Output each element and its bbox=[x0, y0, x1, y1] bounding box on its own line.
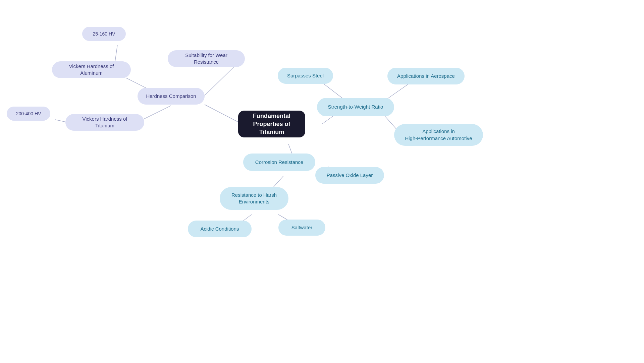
applications-automotive-label: Applications in High-Performance Automot… bbox=[405, 128, 472, 142]
acidic-conditions-label: Acidic Conditions bbox=[200, 226, 239, 232]
svg-line-1 bbox=[205, 66, 235, 96]
hv-25-160-label: 25-160 HV bbox=[93, 31, 115, 37]
passive-oxide-label: Passive Oxide Layer bbox=[327, 172, 373, 179]
hardness-comparison-label: Hardness Comparison bbox=[146, 93, 196, 100]
strength-weight-label: Strength-to-Weight Ratio bbox=[328, 104, 383, 110]
surpasses-steel-label: Surpasses Steel bbox=[287, 72, 324, 79]
vickers-titanium-label: Vickers Hardness of Titanium bbox=[73, 116, 137, 129]
corrosion-resistance-node: Corrosion Resistance bbox=[243, 154, 315, 171]
hv-25-160-node: 25-160 HV bbox=[82, 27, 126, 41]
vickers-titanium-node: Vickers Hardness of Titanium bbox=[65, 114, 144, 131]
applications-automotive-node: Applications in High-Performance Automot… bbox=[394, 124, 483, 146]
strength-weight-node: Strength-to-Weight Ratio bbox=[317, 98, 394, 116]
applications-aerospace-node: Applications in Aerospace bbox=[387, 68, 465, 84]
svg-line-4 bbox=[139, 106, 171, 121]
suitability-wear-node: Suitability for Wear Resistance bbox=[168, 50, 245, 67]
suitability-wear-label: Suitability for Wear Resistance bbox=[175, 52, 237, 66]
surpasses-steel-node: Surpasses Steel bbox=[278, 68, 333, 84]
vickers-aluminum-node: Vickers Hardness of Aluminum bbox=[52, 61, 131, 78]
applications-aerospace-label: Applications in Aerospace bbox=[397, 73, 455, 79]
hardness-comparison-node: Hardness Comparison bbox=[138, 88, 205, 105]
corrosion-resistance-label: Corrosion Resistance bbox=[255, 159, 303, 166]
passive-oxide-node: Passive Oxide Layer bbox=[315, 167, 384, 184]
center-label: Fundamental Properties of Titanium bbox=[248, 112, 295, 136]
acidic-conditions-node: Acidic Conditions bbox=[188, 221, 252, 237]
hv-200-400-node: 200-400 HV bbox=[7, 107, 50, 121]
resistance-harsh-node: Resistance to Harsh Environments bbox=[220, 187, 288, 210]
saltwater-label: Saltwater bbox=[291, 224, 313, 231]
resistance-harsh-label: Resistance to Harsh Environments bbox=[231, 192, 277, 205]
vickers-aluminum-label: Vickers Hardness of Aluminum bbox=[59, 63, 123, 77]
hv-200-400-label: 200-400 HV bbox=[16, 111, 41, 117]
saltwater-node: Saltwater bbox=[278, 220, 325, 236]
center-node: Fundamental Properties of Titanium bbox=[238, 111, 305, 137]
